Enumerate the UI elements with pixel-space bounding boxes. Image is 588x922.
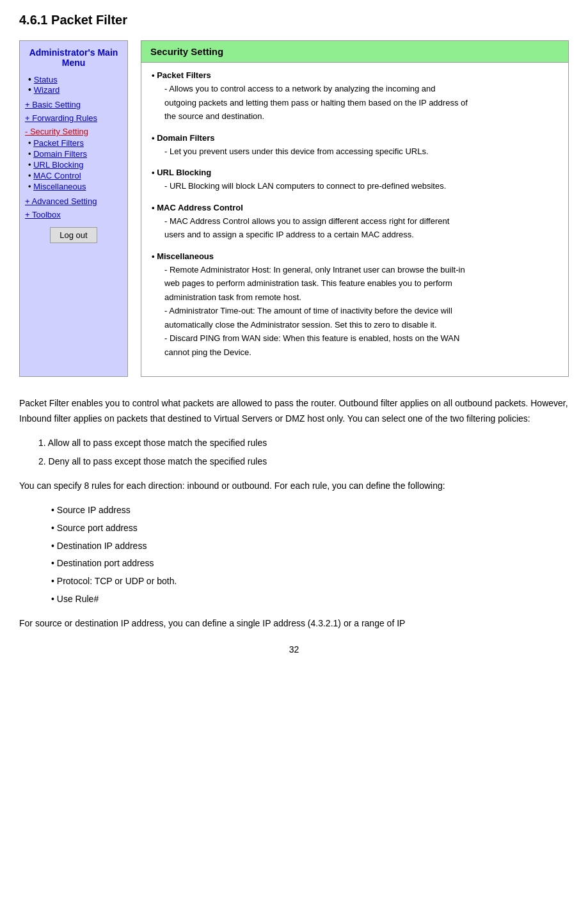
section-title-url-blocking: • URL Blocking	[152, 168, 558, 177]
sidebar-section-toolbox: + Toolbox	[25, 210, 122, 219]
bullet-item-1: Source IP address	[51, 503, 569, 518]
sidebar-top-links: Status Wizard	[25, 74, 122, 95]
sidebar-section-security: - Security Setting Packet Filters Domain…	[25, 127, 122, 191]
section-title-mac-control: • MAC Address Control	[152, 203, 558, 212]
content-panel-body: • Packet Filters - Allows you to control…	[141, 63, 568, 376]
section-title-packet-filters: • Packet Filters	[152, 70, 558, 80]
sidebar-section-forwarding: + Forwarding Rules	[25, 113, 122, 123]
sidebar-section-advanced: + Advanced Setting	[25, 196, 122, 206]
bullet-item-5: Protocol: TCP or UDP or both.	[51, 574, 569, 589]
content-panel: Security Setting • Packet Filters - Allo…	[141, 40, 569, 377]
section-desc-mac-control: - MAC Address Control allows you to assi…	[152, 215, 558, 241]
content-section-mac-control: • MAC Address Control - MAC Address Cont…	[152, 203, 558, 241]
content-section-miscellaneous: • Miscellaneous - Remote Administrator H…	[152, 251, 558, 359]
bullet-item-2: Source port address	[51, 521, 569, 536]
sidebar-item-packet-filters[interactable]: Packet Filters	[28, 138, 122, 148]
sidebar-item-url-blocking[interactable]: URL Blocking	[28, 160, 122, 170]
sidebar-item-domain-filters[interactable]: Domain Filters	[28, 149, 122, 159]
sidebar-link-forwarding-rules[interactable]: + Forwarding Rules	[25, 113, 122, 123]
section-title-domain-filters: • Domain Filters	[152, 133, 558, 143]
section-desc-url-blocking: - URL Blocking will block LAN computers …	[152, 180, 558, 193]
sidebar-submenu-security: Packet Filters Domain Filters URL Blocki…	[25, 138, 122, 191]
sidebar-title: Administrator's Main Menu	[25, 47, 122, 68]
bullet-item-6: Use Rule#	[51, 592, 569, 607]
bullet-item-3: Destination IP address	[51, 539, 569, 554]
sidebar-section-basic: + Basic Setting	[25, 100, 122, 109]
sidebar-link-security-setting[interactable]: - Security Setting	[25, 127, 122, 136]
main-layout: Administrator's Main Menu Status Wizard …	[19, 40, 569, 377]
main-paragraph-1: Packet Filter enables you to control wha…	[19, 396, 569, 427]
sidebar-item-status[interactable]: Status	[28, 74, 122, 84]
sidebar: Administrator's Main Menu Status Wizard …	[19, 40, 128, 377]
main-paragraph-3: For source or destination IP address, yo…	[19, 616, 569, 632]
logout-button[interactable]: Log out	[50, 227, 97, 243]
page-title: 4.6.1 Packet Filter	[19, 13, 569, 28]
sidebar-link-basic-setting[interactable]: + Basic Setting	[25, 100, 122, 109]
numbered-list: Allow all to pass except those match the…	[19, 436, 569, 470]
bullet-item-4: Destination port address	[51, 556, 569, 571]
section-desc-packet-filters: - Allows you to control access to a netw…	[152, 83, 558, 123]
content-panel-header: Security Setting	[141, 41, 568, 63]
content-section-domain-filters: • Domain Filters - Let you prevent users…	[152, 133, 558, 158]
sidebar-link-toolbox[interactable]: + Toolbox	[25, 210, 122, 219]
main-content: Packet Filter enables you to control wha…	[19, 396, 569, 632]
main-paragraph-2: You can specify 8 rules for each directi…	[19, 479, 569, 494]
content-section-url-blocking: • URL Blocking - URL Blocking will block…	[152, 168, 558, 193]
bullet-list: Source IP address Source port address De…	[19, 503, 569, 607]
content-section-packet-filters: • Packet Filters - Allows you to control…	[152, 70, 558, 123]
section-desc-miscellaneous: - Remote Administrator Host: In general,…	[152, 264, 558, 359]
list-item-1: Allow all to pass except those match the…	[38, 436, 569, 451]
sidebar-item-mac-control[interactable]: MAC Control	[28, 171, 122, 180]
section-desc-domain-filters: - Let you prevent users under this devic…	[152, 145, 558, 158]
sidebar-item-wizard[interactable]: Wizard	[28, 84, 122, 95]
page-number: 32	[19, 644, 569, 655]
section-title-miscellaneous: • Miscellaneous	[152, 251, 558, 261]
sidebar-link-advanced-setting[interactable]: + Advanced Setting	[25, 196, 122, 206]
sidebar-item-miscellaneous[interactable]: Miscellaneous	[28, 182, 122, 191]
list-item-2: Deny all to pass except those match the …	[38, 454, 569, 470]
